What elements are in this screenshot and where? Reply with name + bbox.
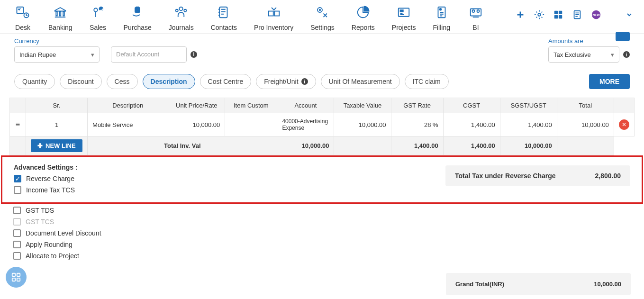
totals-label: Total Inv. Val <box>88 136 277 155</box>
purchase-icon <box>129 4 146 21</box>
th-account: Account <box>277 98 334 113</box>
line-items-table-wrap: Sr. Description Unit Price/Rate Item Cus… <box>0 98 644 155</box>
svg-rect-13 <box>274 11 279 16</box>
nav-contacts[interactable]: Contacts <box>202 4 245 31</box>
pill-cess[interactable]: Cess <box>107 74 138 89</box>
gear-icon[interactable] <box>534 9 544 20</box>
nav-desk[interactable]: Desk <box>6 4 40 31</box>
cell-taxable[interactable]: 10,000.00 <box>334 113 391 136</box>
pill-quantity[interactable]: Quantity <box>14 74 55 89</box>
svg-rect-20 <box>471 9 481 16</box>
svg-rect-4 <box>63 12 65 16</box>
checkbox-apply-rounding[interactable] <box>13 241 21 248</box>
nav-label: Purchase <box>124 24 152 31</box>
reports-icon <box>354 4 372 21</box>
cell-sgst[interactable]: 1,400.00 <box>500 113 557 136</box>
label-reverse-charge: Reverse Charge <box>26 175 74 182</box>
pill-label: Unit Of Measurement <box>329 78 392 85</box>
calculator-icon[interactable] <box>553 9 563 20</box>
nav-settings[interactable]: Settings <box>302 4 343 31</box>
amounts-label: Amounts are <box>548 37 583 45</box>
nav-purchase[interactable]: Purchase <box>115 4 160 31</box>
desk-icon <box>14 4 31 21</box>
info-icon[interactable]: i <box>623 51 630 58</box>
cell-account[interactable]: 40000-Advertising Expense <box>277 113 334 136</box>
svg-rect-26 <box>554 15 558 18</box>
nav-bi[interactable]: BI <box>459 4 493 31</box>
sales-icon <box>90 4 107 21</box>
inventory-icon <box>265 4 282 21</box>
topnav-right-actions: NEW <box>515 9 635 20</box>
nav-reports[interactable]: Reports <box>343 4 383 31</box>
grid-icon <box>11 272 21 282</box>
cell-cgst[interactable]: 1,400.00 <box>443 113 500 136</box>
svg-rect-3 <box>60 12 61 16</box>
th-item-custom: Item Custom <box>225 98 277 113</box>
cell-unit-price[interactable]: 10,000.00 <box>168 113 225 136</box>
currency-label: Currency <box>14 37 100 45</box>
svg-point-8 <box>179 7 183 11</box>
cell-item-custom[interactable] <box>225 113 277 136</box>
svg-rect-33 <box>12 278 15 281</box>
reverse-tax-label: Total Tax under Reverse Charge <box>455 172 556 180</box>
more-button[interactable]: MORE <box>589 74 630 89</box>
grand-total-label: Grand Total(INR) <box>455 281 504 288</box>
add-icon[interactable] <box>515 9 526 20</box>
checkbox-allocate-project[interactable] <box>13 252 21 260</box>
pill-description[interactable]: Description <box>143 74 195 89</box>
totals-total: 10,000.00 <box>500 136 557 155</box>
totals-cgst: 1,400.00 <box>391 136 443 155</box>
cell-total[interactable]: 10,000.00 <box>557 113 614 136</box>
cell-desc[interactable]: Mobile Service <box>88 113 168 136</box>
svg-rect-16 <box>399 8 409 17</box>
pill-freight-unit[interactable]: Freight/Unit i <box>256 74 316 89</box>
th-cgst: CGST <box>443 98 500 113</box>
new-line-button[interactable]: ✚ NEW LINE <box>31 139 82 152</box>
nav-label: Settings <box>310 24 335 31</box>
currency-select[interactable]: Indian Rupee ▾ <box>14 46 100 63</box>
contacts-icon <box>215 4 232 21</box>
label-gst-tcs: GST TCS <box>26 218 54 226</box>
nav-pro-inventory[interactable]: Pro Inventory <box>245 4 302 31</box>
pill-label: Quantity <box>22 78 47 85</box>
floating-apps-button[interactable] <box>6 267 27 288</box>
info-icon[interactable]: i <box>190 51 197 58</box>
currency-value: Indian Rupee <box>19 51 56 58</box>
svg-rect-17 <box>400 10 403 12</box>
checkbox-income-tax-tcs[interactable] <box>14 186 21 194</box>
nav-projects[interactable]: Projects <box>383 4 425 31</box>
nav-sales[interactable]: Sales <box>81 4 115 31</box>
pill-itc-claim[interactable]: ITC claim <box>405 74 449 89</box>
plus-icon: ✚ <box>37 142 43 149</box>
corner-button[interactable] <box>616 32 630 41</box>
pill-uom[interactable]: Unit Of Measurement <box>321 74 400 89</box>
grand-total-box: Grand Total(INR) 10,000.00 <box>446 273 631 295</box>
nav-label: Pro Inventory <box>254 24 293 31</box>
nav-banking[interactable]: Banking <box>40 4 81 31</box>
nav-label: Filling <box>433 24 450 31</box>
checkbox-reverse-charge[interactable]: ✓ <box>14 175 21 182</box>
drag-handle-icon[interactable]: ≡ <box>16 120 20 128</box>
amounts-select[interactable]: Tax Exclusive ▾ <box>548 46 619 63</box>
th-unit-price: Unit Price/Rate <box>168 98 225 113</box>
nav-filling[interactable]: Filling <box>424 4 459 31</box>
pill-cost-centre[interactable]: Cost Centre <box>200 74 252 89</box>
svg-rect-25 <box>559 11 562 14</box>
cell-sr[interactable]: 1 <box>26 113 88 136</box>
checkbox-doc-discount[interactable] <box>13 229 21 237</box>
cell-gst-rate[interactable]: 28 % <box>391 113 443 136</box>
nav-label: Sales <box>90 24 106 31</box>
chevron-down-icon[interactable] <box>624 9 635 20</box>
nav-journals[interactable]: Journals <box>160 4 202 31</box>
th-taxable: Taxable Value <box>334 98 391 113</box>
default-account-select[interactable]: Default Account <box>111 46 187 63</box>
document-icon[interactable] <box>572 9 582 20</box>
delete-row-button[interactable]: ✕ <box>619 119 629 130</box>
top-navigation: Desk Banking Sales Purchase Journals <box>0 0 644 34</box>
label-income-tax-tcs: Income Tax TCS <box>26 186 75 194</box>
pill-discount[interactable]: Discount <box>60 74 101 89</box>
pill-label: Discount <box>68 78 93 85</box>
new-badge-icon[interactable]: NEW <box>591 9 601 20</box>
checkbox-gst-tds[interactable] <box>13 207 21 214</box>
pill-label: Freight/Unit <box>264 78 298 85</box>
